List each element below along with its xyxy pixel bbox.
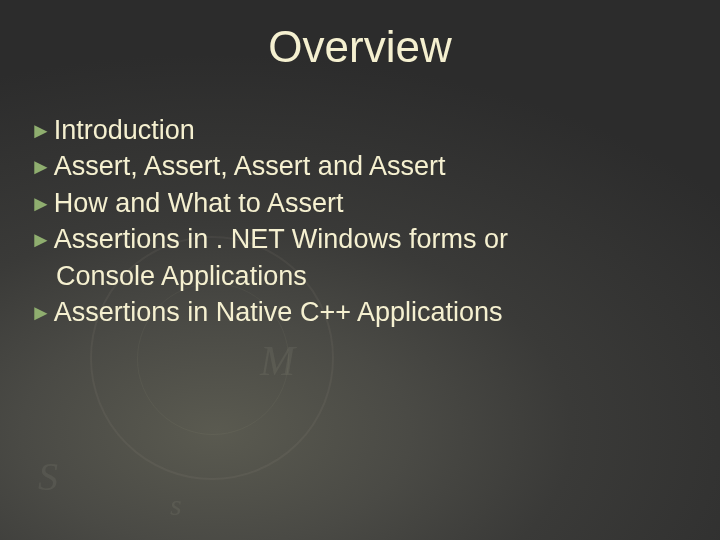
bullet-text: Introduction (54, 115, 195, 145)
bullet-text: How and What to Assert (54, 188, 344, 218)
triangle-right-icon: ► (30, 189, 52, 219)
slide: Overview ►Introduction ►Assert, Assert, … (0, 0, 720, 540)
bullet-item: ►Assertions in Native C++ Applications (30, 294, 680, 330)
triangle-right-icon: ► (30, 116, 52, 146)
bullet-text: Assertions in . NET Windows forms or (54, 224, 508, 254)
bullet-continuation: Console Applications (56, 258, 680, 294)
bullet-item: ►How and What to Assert (30, 185, 680, 221)
slide-content: ►Introduction ►Assert, Assert, Assert an… (30, 112, 680, 331)
triangle-right-icon: ► (30, 225, 52, 255)
decor-letter: S (38, 453, 58, 500)
bullet-item: ►Introduction (30, 112, 680, 148)
bullet-item: ►Assert, Assert, Assert and Assert (30, 148, 680, 184)
slide-title: Overview (0, 22, 720, 72)
triangle-right-icon: ► (30, 298, 52, 328)
bullet-item: ►Assertions in . NET Windows forms or Co… (30, 221, 680, 294)
decor-letter: M (260, 337, 295, 385)
decor-letter: s (170, 488, 182, 522)
triangle-right-icon: ► (30, 152, 52, 182)
bullet-text: Assertions in Native C++ Applications (54, 297, 503, 327)
bullet-text: Assert, Assert, Assert and Assert (54, 151, 446, 181)
